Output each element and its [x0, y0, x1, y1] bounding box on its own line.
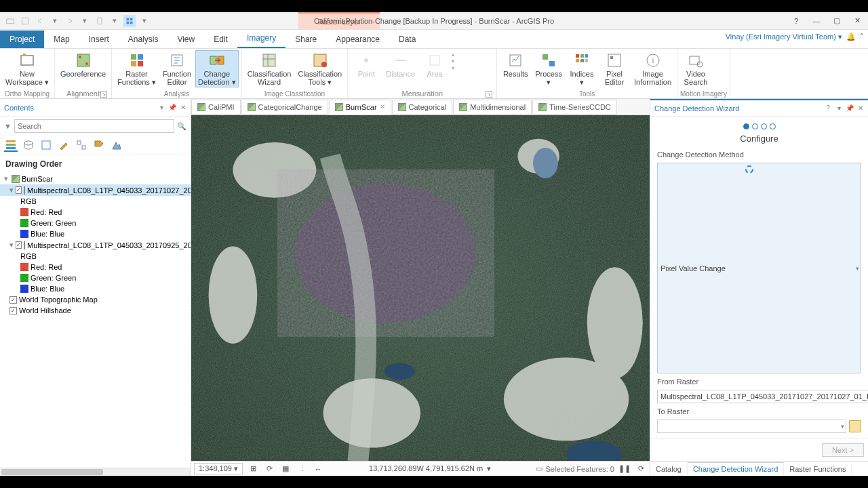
new-workspace-button[interactable]: New Workspace ▾: [3, 50, 52, 87]
mensuration-launcher-icon[interactable]: ↘: [486, 91, 492, 98]
redo-dropdown-icon[interactable]: ▾: [79, 15, 91, 27]
search-icon[interactable]: 🔍: [177, 122, 186, 131]
dock-tab-catalog[interactable]: Catalog: [650, 463, 688, 475]
list-by-editing-icon[interactable]: [57, 138, 71, 152]
wizard-pin-icon[interactable]: 📌: [845, 104, 854, 113]
save-icon[interactable]: [19, 15, 31, 27]
list-by-drawing-order-icon[interactable]: [4, 138, 18, 152]
scale-input[interactable]: 1:348,109 ▾: [194, 463, 243, 474]
expander-icon[interactable]: ▾: [9, 241, 14, 249]
view-tab[interactable]: CaliPMI: [191, 100, 241, 115]
wizard-help-icon[interactable]: ?: [823, 104, 833, 113]
ribbon-tab-project[interactable]: Project: [0, 30, 44, 48]
close-tab-icon[interactable]: ✕: [380, 103, 385, 110]
change-detection-button[interactable]: Change Detection ▾: [195, 50, 239, 87]
paste-icon[interactable]: [94, 15, 106, 27]
undo-dropdown-icon[interactable]: ▾: [49, 15, 61, 27]
process-button[interactable]: Process ▾: [532, 50, 565, 87]
ribbon-tab-map[interactable]: Map: [44, 30, 79, 48]
signed-in-user[interactable]: Vinay (Esri Imagery Virtual Team) ▾: [726, 33, 842, 41]
browse-to-raster-icon[interactable]: [849, 420, 861, 432]
close-window-icon[interactable]: ✕: [849, 14, 865, 28]
ribbon-tab-share[interactable]: Share: [285, 30, 326, 48]
sb-dynamic-icon[interactable]: ↔: [312, 463, 324, 475]
undo-icon[interactable]: [34, 15, 46, 27]
selection-chip-icon[interactable]: ▭: [536, 464, 542, 473]
from-raster-combo[interactable]: Multispectral_LC08_L1TP_045033_20171027_…: [657, 390, 868, 403]
layer-checkbox[interactable]: ✓: [9, 296, 17, 304]
contents-search-input[interactable]: [14, 119, 174, 133]
layer-name[interactable]: Multispectral_LC08_L1TP_045033_20170925_…: [27, 241, 191, 249]
sb-grid-icon[interactable]: ⋮: [296, 463, 308, 475]
expander-icon[interactable]: ▾: [9, 186, 14, 195]
dock-tab-raster-functions[interactable]: Raster Functions: [784, 463, 852, 475]
raster-functions-button[interactable]: Raster Functions ▾: [115, 50, 159, 87]
video-search-button[interactable]: Video Search: [680, 50, 711, 87]
ribbon-tab-insert[interactable]: Insert: [79, 30, 119, 48]
sb-rotation-icon[interactable]: ⟳: [263, 463, 275, 475]
view-tab-active[interactable]: BurnScar✕: [329, 100, 391, 115]
contents-close-icon[interactable]: ✕: [178, 103, 188, 113]
classification-tools-button[interactable]: Classification Tools ▾: [295, 50, 344, 87]
dock-tab-wizard[interactable]: Change Detection Wizard: [688, 462, 784, 475]
ribbon-tab-data[interactable]: Data: [389, 30, 425, 48]
refresh-icon[interactable]: ⟳: [635, 463, 647, 475]
ribbon-tab-appearance[interactable]: Appearance: [326, 30, 389, 48]
ribbon-tab-analysis[interactable]: Analysis: [119, 30, 168, 48]
results-button[interactable]: Results: [500, 50, 531, 79]
paste-dropdown-icon[interactable]: ▾: [108, 15, 121, 27]
ribbon-tab-view[interactable]: View: [167, 30, 204, 48]
basemap-name[interactable]: World Topographic Map: [19, 296, 98, 304]
list-by-snapping-icon[interactable]: [75, 138, 88, 152]
pause-drawing-icon[interactable]: ❚❚: [618, 463, 631, 475]
layer-name[interactable]: Multispectral_LC08_L1TP_045033_20171027_…: [27, 186, 191, 195]
georeference-button[interactable]: Georeference: [58, 50, 108, 79]
map-canvas[interactable]: [191, 115, 650, 461]
notifications-icon[interactable]: 🔔: [846, 33, 856, 41]
sb-constraints-icon[interactable]: ⊞: [247, 463, 259, 475]
indices-button[interactable]: Indices ▾: [566, 50, 597, 87]
help-icon[interactable]: ?: [788, 14, 804, 28]
expander-icon[interactable]: ▾: [3, 174, 9, 183]
basemap-name[interactable]: World Hillshade: [19, 306, 71, 314]
classification-wizard-button[interactable]: Classification Wizard: [245, 50, 294, 87]
sb-snapping-icon[interactable]: ▦: [279, 463, 292, 475]
explore-tool-icon[interactable]: [123, 15, 136, 27]
list-by-selection-icon[interactable]: [39, 138, 53, 152]
wizard-close-icon[interactable]: ✕: [856, 104, 865, 113]
view-tab[interactable]: Categorical: [392, 100, 453, 115]
list-by-perception-icon[interactable]: [110, 138, 123, 152]
contents-menu-icon[interactable]: ▾: [157, 103, 166, 113]
layer-checkbox[interactable]: ✓: [9, 307, 17, 314]
layer-tree[interactable]: ▾BurnScar ▾✓Multispectral_LC08_L1TP_0450…: [0, 173, 191, 468]
svg-rect-3: [127, 18, 130, 20]
layer-checkbox[interactable]: ✓: [16, 186, 22, 194]
layer-checkbox[interactable]: ✓: [16, 241, 22, 249]
coordinate-readout[interactable]: 13,713,260.89W 4,791,915.62N m ▾: [328, 464, 532, 473]
contents-horizontal-scrollbar[interactable]: [0, 468, 191, 476]
alignment-launcher-icon[interactable]: ↘: [100, 91, 107, 98]
view-tab[interactable]: Multidimensional: [453, 100, 532, 115]
next-button[interactable]: Next >: [822, 443, 864, 457]
map-node[interactable]: BurnScar: [22, 175, 53, 183]
to-raster-combo[interactable]: ▾: [657, 420, 846, 433]
function-editor-button[interactable]: Function Editor: [160, 50, 194, 87]
view-tab[interactable]: Time-SeriesCCDC: [532, 100, 617, 115]
minimize-icon[interactable]: —: [808, 14, 825, 28]
list-by-labeling-icon[interactable]: [92, 138, 106, 152]
redo-icon[interactable]: [64, 15, 76, 27]
collapse-ribbon-icon[interactable]: ˄: [860, 33, 864, 41]
image-information-button[interactable]: iImage Information: [631, 50, 674, 87]
contents-pin-icon[interactable]: 📌: [167, 103, 177, 113]
view-tab[interactable]: CategoricalChange: [241, 100, 328, 115]
qat-customize-icon[interactable]: ▾: [138, 15, 151, 27]
filter-icon[interactable]: ▼: [4, 122, 12, 130]
maximize-icon[interactable]: ▢: [829, 14, 845, 28]
ribbon-tab-edit[interactable]: Edit: [204, 30, 237, 48]
ribbon-tab-imagery[interactable]: Imagery: [237, 29, 285, 48]
open-project-icon[interactable]: [4, 15, 16, 27]
method-combo[interactable]: Pixel Value Change▾: [657, 163, 861, 373]
list-by-source-icon[interactable]: [22, 138, 35, 152]
wizard-menu-icon[interactable]: ▾: [834, 104, 844, 113]
pixel-editor-button[interactable]: Pixel Editor: [599, 50, 630, 87]
